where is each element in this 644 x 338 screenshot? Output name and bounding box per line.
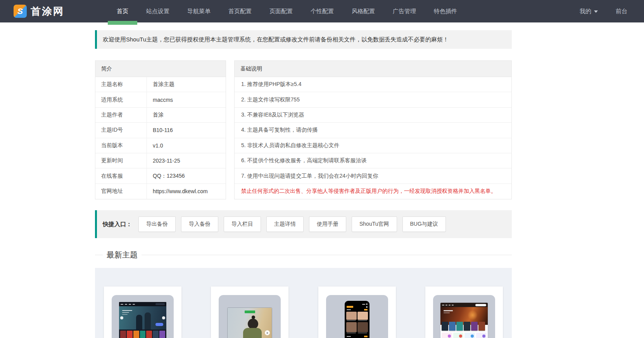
row-value: 首涂 <box>147 112 164 118</box>
mock-app-header <box>347 306 368 308</box>
latest-themes-heading: 最新主题 <box>95 250 512 260</box>
mock-poster-strip <box>119 329 166 338</box>
notes-table-title: 基础说明 <box>235 61 511 77</box>
row-value: QQ：123456 <box>147 173 185 180</box>
table-row: 更新时间 2023-11-25 <box>95 153 226 168</box>
notes-table: 基础说明 1. 推荐使用PHP版本≥5.4 2. 主题文件读写权限755 3. … <box>234 60 512 199</box>
info-tables: 简介 主题名称 首涂主题 适用系统 maccms 主题作者 首涂 主题ID号 B… <box>95 60 512 199</box>
nav-item-frontend[interactable]: 前台 <box>607 0 636 22</box>
nav-item-plugins[interactable]: 特色插件 <box>425 0 466 22</box>
row-label: 官网地址 <box>95 184 147 199</box>
theme-card-3[interactable] <box>318 287 396 338</box>
row-value: v1.0 <box>147 142 163 149</box>
my-label: 我的 <box>580 8 591 14</box>
row-label: 更新时间 <box>95 153 147 168</box>
brand-name: 首涂网 <box>31 5 64 18</box>
mock-section-row <box>347 309 368 311</box>
theme-detail-button[interactable]: 主题详情 <box>266 216 304 232</box>
mock-section-row <box>347 336 368 337</box>
intro-table: 简介 主题名称 首涂主题 适用系统 maccms 主题作者 首涂 主题ID号 B… <box>95 60 226 199</box>
next-episode-icon <box>265 330 270 335</box>
main-nav: 首页 站点设置 导航菜单 首页配置 页面配置 个性配置 风格配置 广告管理 特色… <box>108 0 466 22</box>
admin-page: S 首涂网 首页 站点设置 导航菜单 首页配置 页面配置 个性配置 风格配置 广… <box>0 0 644 338</box>
row-value: maccms <box>147 97 173 103</box>
nav-item-site-settings[interactable]: 站点设置 <box>137 0 178 22</box>
theme-card-4[interactable] <box>425 287 503 338</box>
table-row: 当前版本 v1.0 <box>95 138 226 153</box>
row-label: 当前版本 <box>95 138 147 153</box>
nav-item-nav-menu[interactable]: 导航菜单 <box>178 0 219 22</box>
note-item: 6. 不提供个性化修改服务，高端定制请联系客服洽谈 <box>235 153 511 168</box>
theme-preview-image-video-player <box>228 308 272 338</box>
quick-entry-label: 快捷入口： <box>103 221 132 228</box>
note-item: 3. 不兼容IE8及以下浏览器 <box>235 108 511 123</box>
nav-right: 我的 前台 <box>571 0 644 22</box>
device-frame <box>433 295 495 338</box>
quick-entry-bar: 快捷入口： 导出备份 导入备份 导入栏目 主题详情 使用手册 ShouTu官网 … <box>95 210 512 238</box>
mock-category-cards <box>440 331 488 338</box>
welcome-alert-text: 欢迎使用ShouTu主题，您已获得授权使用本主题管理系统，在您配置或修改文件前请… <box>103 36 449 43</box>
manual-button[interactable]: 使用手册 <box>309 216 346 232</box>
theme-card-1[interactable] <box>104 287 181 338</box>
table-row: 主题名称 首涂主题 <box>95 77 226 92</box>
chevron-down-icon <box>594 10 598 13</box>
official-site-url: https://www.dkewl.com <box>147 188 208 194</box>
note-item: 4. 主题具备可复制性，请勿传播 <box>235 123 511 138</box>
shoutu-official-button[interactable]: ShouTu官网 <box>352 216 397 232</box>
mock-video-area <box>228 308 272 338</box>
brand[interactable]: S 首涂网 <box>14 0 64 22</box>
note-item: 7. 使用中出现问题请提交工单，我们会在24小时内回复你 <box>235 168 511 184</box>
logo-letter: S <box>17 7 23 15</box>
device-frame <box>326 295 388 338</box>
latest-themes-title: 最新主题 <box>103 250 142 260</box>
export-backup-button[interactable]: 导出备份 <box>138 216 176 232</box>
mock-banner <box>119 306 166 329</box>
theme-preview-image-mobile <box>345 301 369 338</box>
row-label: 适用系统 <box>95 92 147 107</box>
mock-photo-grid <box>346 312 368 335</box>
mock-navbar <box>440 303 488 307</box>
mock-poster-strip <box>440 322 488 331</box>
warning-text: 禁止任何形式的二次出售、分享他人等侵害作者及正版用户的行为，一经发现取消授权资格… <box>235 184 511 199</box>
row-label: 在线客服 <box>95 168 147 183</box>
nav-item-home-config[interactable]: 首页配置 <box>219 0 261 22</box>
row-label: 主题作者 <box>95 108 147 122</box>
theme-preview-image-desktop-dark <box>119 302 166 338</box>
nav-item-home[interactable]: 首页 <box>108 0 137 22</box>
device-frame <box>112 295 174 338</box>
theme-preview-image-desktop-light <box>440 303 488 338</box>
nav-item-style-config[interactable]: 风格配置 <box>343 0 384 22</box>
top-navbar: S 首涂网 首页 站点设置 导航菜单 首页配置 页面配置 个性配置 风格配置 广… <box>0 0 644 22</box>
row-value: B10-116 <box>147 127 173 133</box>
main-content: 欢迎使用ShouTu主题，您已获得授权使用本主题管理系统，在您配置或修改文件前请… <box>95 22 512 338</box>
table-row: 适用系统 maccms <box>95 92 226 107</box>
intro-table-title: 简介 <box>95 61 226 77</box>
device-frame <box>219 295 281 338</box>
note-item: 5. 非技术人员请勿私自修改主题核心文件 <box>235 138 511 153</box>
table-row: 官网地址 https://www.dkewl.com <box>95 184 226 199</box>
theme-card-2[interactable] <box>211 287 288 338</box>
note-item: 2. 主题文件读写权限755 <box>235 92 511 107</box>
row-value: 2023-11-25 <box>147 158 180 164</box>
nav-item-my[interactable]: 我的 <box>571 0 607 22</box>
welcome-alert: 欢迎使用ShouTu主题，您已获得授权使用本主题管理系统，在您配置或修改文件前请… <box>95 30 512 49</box>
table-row: 主题作者 首涂 <box>95 108 226 123</box>
mock-navbar <box>119 302 166 306</box>
table-row: 在线客服 QQ：123456 <box>95 168 226 184</box>
row-label: 主题ID号 <box>95 123 147 137</box>
mock-status-bar <box>347 304 368 305</box>
row-value: 首涂主题 <box>147 81 174 88</box>
bug-suggest-button[interactable]: BUG与建议 <box>402 216 446 232</box>
table-row: 主题ID号 B10-116 <box>95 123 226 138</box>
nav-item-page-config[interactable]: 页面配置 <box>261 0 302 22</box>
row-label: 主题名称 <box>95 77 147 92</box>
nav-item-personal-config[interactable]: 个性配置 <box>302 0 343 22</box>
shoutu-logo-icon: S <box>14 5 27 18</box>
import-columns-button[interactable]: 导入栏目 <box>224 216 261 232</box>
latest-themes-section <box>95 268 512 338</box>
import-backup-button[interactable]: 导入备份 <box>181 216 218 232</box>
nav-item-ad-manage[interactable]: 广告管理 <box>384 0 425 22</box>
note-item: 1. 推荐使用PHP版本≥5.4 <box>235 77 511 92</box>
